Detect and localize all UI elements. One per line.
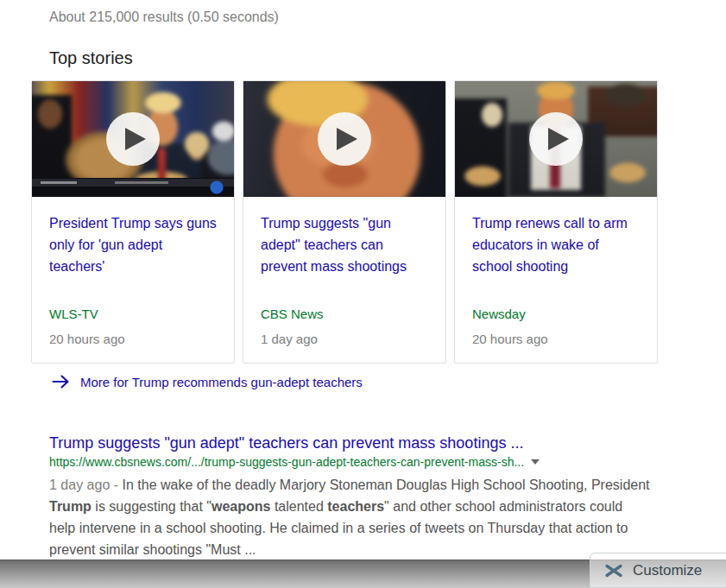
result-stats: About 215,000 results (0.50 seconds) xyxy=(49,9,279,25)
snippet-bold: teachers xyxy=(327,499,384,514)
arrow-forward-icon xyxy=(52,374,70,389)
result-url: https://www.cbsnews.com/.../trump-sugges… xyxy=(49,455,524,469)
result-title-link[interactable]: Trump suggests "gun adept" teachers can … xyxy=(49,433,653,452)
search-result: Trump suggests "gun adept" teachers can … xyxy=(49,433,653,560)
news-timestamp: 1 day ago xyxy=(261,332,318,346)
more-stories-link[interactable]: More for Trump recommends gun-adept teac… xyxy=(52,374,363,389)
news-timestamp: 20 hours ago xyxy=(49,332,125,346)
customize-button[interactable]: Customize xyxy=(590,553,726,588)
url-dropdown-icon[interactable] xyxy=(531,459,540,465)
play-icon[interactable] xyxy=(318,112,371,166)
video-thumbnail[interactable] xyxy=(243,81,445,197)
news-source: CBS News xyxy=(261,307,324,321)
customize-label: Customize xyxy=(633,562,702,579)
video-thumbnail[interactable] xyxy=(455,81,657,197)
news-card[interactable]: President Trump says guns only for 'gun … xyxy=(31,80,235,364)
search-results-page: { "stats": { "text": "About 215,000 resu… xyxy=(0,0,726,588)
news-source: Newsday xyxy=(472,307,526,321)
result-url-row: https://www.cbsnews.com/.../trump-sugges… xyxy=(49,455,653,469)
more-stories-label: More for Trump recommends gun-adept teac… xyxy=(80,375,363,389)
crossed-tools-icon xyxy=(604,563,623,579)
result-snippet: 1 day ago - In the wake of the deadly Ma… xyxy=(49,474,651,560)
news-card-title-link[interactable]: President Trump says guns only for 'gun … xyxy=(49,212,218,277)
thumbnail-art xyxy=(32,178,234,197)
play-icon[interactable] xyxy=(106,112,160,166)
play-icon[interactable] xyxy=(529,112,583,166)
news-card[interactable]: Trump suggests "gun adept" teachers can … xyxy=(243,80,446,364)
snippet-text: talented xyxy=(270,499,327,514)
snippet-text: In the wake of the deadly Marjory Stonem… xyxy=(123,477,650,492)
video-thumbnail[interactable] xyxy=(32,81,234,197)
snippet-text: is suggesting that " xyxy=(92,499,211,514)
top-stories-carousel: President Trump says guns only for 'gun … xyxy=(31,80,658,364)
news-card-title-link[interactable]: Trump suggests "gun adept" teachers can … xyxy=(261,212,430,277)
snippet-bold: weapons xyxy=(211,499,270,514)
news-card[interactable]: Trump renews call to arm educators in wa… xyxy=(454,80,658,364)
top-stories-heading: Top stories xyxy=(49,48,133,68)
news-source: WLS-TV xyxy=(49,307,98,321)
snippet-bold: Trump xyxy=(49,499,92,514)
news-card-title-link[interactable]: Trump renews call to arm educators in wa… xyxy=(472,212,641,277)
snippet-date: 1 day ago - xyxy=(49,477,123,492)
news-timestamp: 20 hours ago xyxy=(472,332,548,346)
